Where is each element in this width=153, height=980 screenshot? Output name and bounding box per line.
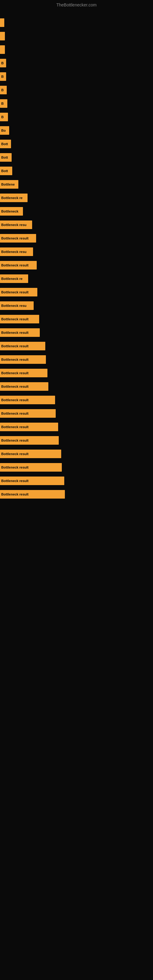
bar-item: Bott: [0, 140, 11, 148]
bar-label: Bottleneck result: [1, 492, 29, 496]
bar-row: Bott: [0, 164, 153, 178]
bar-item: Bottleneck resu: [0, 221, 32, 229]
bar-label: B: [1, 61, 4, 65]
bar-row: Bo: [0, 124, 153, 137]
bar-label: Bottleneck result: [1, 479, 29, 483]
bar-label: Bottleneck resu: [1, 304, 27, 307]
bar-label: Bottleneck result: [1, 371, 29, 375]
bar-label: Bottleneck result: [1, 412, 29, 415]
bar-item: Bottleneck result: [0, 342, 45, 350]
bar-row: Bottleneck result: [0, 461, 153, 474]
bar-item: Bottleneck result: [0, 288, 37, 296]
bar-row: Bottleneck resu: [0, 218, 153, 232]
bar-row: Bottleneck re: [0, 272, 153, 285]
bar-item: Bott: [0, 167, 12, 175]
bar-item: [0, 32, 5, 40]
bar-label: Bottleneck resu: [1, 250, 27, 254]
bar-label: Bott: [1, 169, 8, 173]
bar-item: Bottleneck resu: [0, 301, 33, 310]
bar-item: Bottleneck result: [0, 490, 65, 499]
bar-label: Bottleneck result: [1, 425, 29, 429]
bar-row: Bottleneck result: [0, 474, 153, 488]
bar-row: Bottleneck result: [0, 447, 153, 461]
bar-item: Bottlene: [0, 180, 18, 189]
bar-item: [0, 18, 4, 27]
bar-item: Bottleneck result: [0, 450, 61, 458]
bar-item: Bott: [0, 153, 12, 162]
bar-item: B: [0, 86, 7, 94]
bar-label: Bottleneck result: [1, 344, 29, 348]
bar-label: Bottleneck result: [1, 290, 29, 294]
bar-row: Bottleneck resu: [0, 245, 153, 258]
bar-row: Bottleneck result: [0, 232, 153, 245]
bar-row: Bottleneck result: [0, 285, 153, 299]
bar-item: Bottleneck result: [0, 382, 48, 391]
bar-item: Bottleneck result: [0, 261, 37, 269]
bar-item: Bo: [0, 126, 9, 135]
bar-item: Bottleneck resu: [0, 247, 33, 256]
bar-row: B: [0, 97, 153, 110]
bar-label: B: [1, 88, 4, 92]
bar-row: B: [0, 70, 153, 83]
bar-row: [0, 43, 153, 56]
bar-item: B: [0, 113, 8, 121]
bar-row: [0, 16, 153, 29]
bar-item: Bottleneck result: [0, 477, 64, 485]
bar-item: Bottleneck result: [0, 315, 39, 323]
bar-row: Bott: [0, 137, 153, 151]
bar-item: Bottleneck: [0, 207, 23, 216]
bar-item: Bottleneck result: [0, 396, 55, 404]
bar-row: Bottleneck result: [0, 434, 153, 447]
bar-item: [0, 45, 5, 54]
bar-item: Bottleneck result: [0, 328, 40, 337]
bar-label: Bottleneck result: [1, 236, 29, 240]
bar-row: Bottleneck resu: [0, 299, 153, 312]
bar-label: Bottleneck result: [1, 452, 29, 456]
bar-label: Bottleneck result: [1, 263, 29, 267]
bar-row: Bottleneck result: [0, 380, 153, 393]
bar-label: Bottleneck re: [1, 196, 22, 200]
bar-label: Bottleneck re: [1, 277, 22, 280]
bar-row: Bottleneck result: [0, 326, 153, 339]
bar-label: Bottleneck: [1, 210, 18, 213]
bar-label: Bottlene: [1, 183, 15, 186]
bar-label: Bott: [1, 142, 8, 146]
bar-item: Bottleneck result: [0, 369, 48, 377]
bar-label: Bo: [1, 129, 6, 132]
bar-row: B: [0, 83, 153, 97]
bar-item: Bottleneck result: [0, 463, 62, 472]
bar-row: Bottleneck result: [0, 258, 153, 272]
bar-row: Bottleneck result: [0, 366, 153, 380]
bar-label: Bottleneck result: [1, 385, 29, 388]
bar-item: Bottleneck result: [0, 409, 56, 418]
bar-item: Bottleneck re: [0, 274, 28, 283]
bar-row: Bott: [0, 151, 153, 164]
bar-row: Bottlene: [0, 178, 153, 191]
bar-label: Bott: [1, 156, 8, 159]
bar-row: Bottleneck: [0, 205, 153, 218]
bar-item: Bottleneck result: [0, 423, 58, 431]
bar-row: Bottleneck result: [0, 420, 153, 434]
bar-row: Bottleneck re: [0, 191, 153, 205]
bar-label: Bottleneck result: [1, 317, 29, 321]
bar-label: Bottleneck result: [1, 439, 29, 442]
bar-row: Bottleneck result: [0, 488, 153, 501]
bar-label: B: [1, 102, 4, 105]
bar-label: Bottleneck result: [1, 358, 29, 361]
bar-row: Bottleneck result: [0, 312, 153, 326]
bar-row: B: [0, 56, 153, 70]
bar-label: B: [1, 115, 4, 119]
bar-item: B: [0, 99, 7, 108]
bar-row: Bottleneck result: [0, 393, 153, 407]
site-title: TheBottlenecker.com: [0, 0, 153, 10]
bar-row: Bottleneck result: [0, 353, 153, 366]
bars-container: BBBBBBoBottBottBottBottleneBottleneck re…: [0, 10, 153, 501]
bar-label: Bottleneck resu: [1, 223, 27, 227]
bar-row: Bottleneck result: [0, 407, 153, 420]
bar-item: Bottleneck re: [0, 194, 27, 202]
bar-item: Bottleneck result: [0, 355, 46, 364]
bar-label: Bottleneck result: [1, 466, 29, 469]
bar-item: B: [0, 59, 6, 67]
bar-item: Bottleneck result: [0, 436, 59, 445]
bar-label: B: [1, 75, 4, 78]
